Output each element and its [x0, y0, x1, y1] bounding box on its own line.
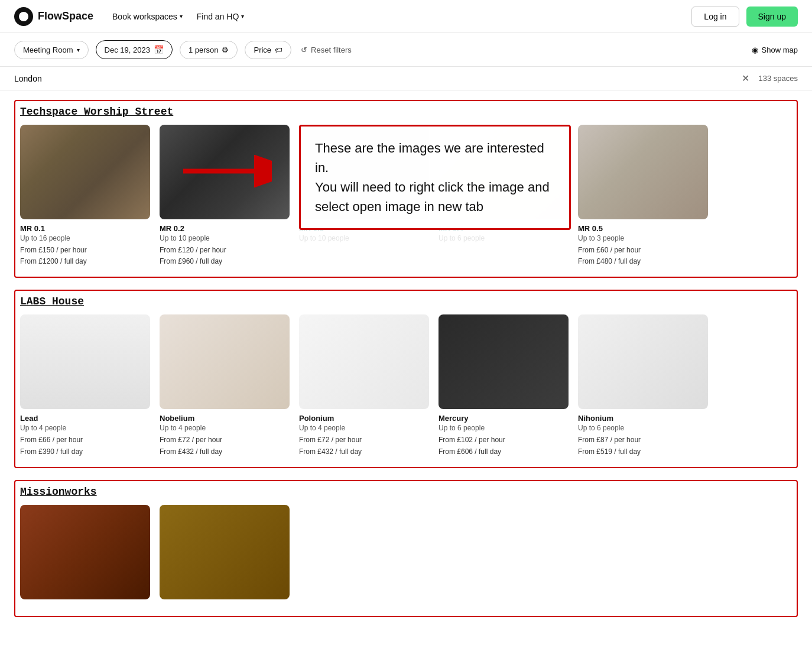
venue-group-labs: LABS House Lead Up to 4 people From £66 …	[14, 290, 798, 468]
chevron-down-icon: ▾	[241, 13, 244, 20]
person-icon: ⚙	[222, 46, 229, 54]
card-image-mr04	[439, 125, 569, 219]
search-bar: ✕ 133 spaces	[0, 67, 812, 90]
labs-cards-row: Lead Up to 4 people From £66 / per hour …	[20, 314, 792, 462]
room-type-filter[interactable]: Meeting Room ▾	[14, 41, 89, 59]
card-image-mr02	[160, 125, 290, 219]
login-button[interactable]: Log in	[691, 7, 739, 27]
card-image-mr03	[299, 125, 429, 219]
room-price-nobelium: From £72 / per hour From £432 / full day	[160, 434, 290, 457]
card-nobelium[interactable]: Nobelium Up to 4 people From £72 / per h…	[160, 314, 290, 462]
card-mr03[interactable]: MR 0.3 Up to 10 people	[299, 125, 429, 249]
card-mr04[interactable]: MR 0.4 Up to 6 people	[439, 125, 569, 272]
navbar: FlowSpace Book workspaces ▾ Find an HQ ▾…	[0, 0, 812, 33]
chevron-down-icon: ▾	[180, 13, 183, 20]
techspace-cards-wrapper: MR 0.1 Up to 16 people From £150 / per h…	[20, 125, 792, 272]
card-image-nobelium	[160, 314, 290, 409]
room-capacity-mr02: Up to 10 people	[160, 234, 290, 242]
room-capacity-polonium: Up to 4 people	[299, 424, 429, 432]
nav-links: Book workspaces ▾ Find an HQ ▾	[112, 12, 673, 21]
room-price-mr01: From £150 / per hour From £1200 / full d…	[20, 245, 150, 267]
nav-find-hq[interactable]: Find an HQ ▾	[197, 12, 245, 21]
venue-name-missionworks[interactable]: Missionworks	[20, 486, 792, 498]
clear-search-button[interactable]: ✕	[742, 73, 749, 84]
room-name-mr01: MR 0.1	[20, 224, 150, 233]
room-price-lead: From £66 / per hour From £390 / full day	[20, 434, 150, 457]
price-filter[interactable]: Price 🏷	[245, 41, 291, 59]
techspace-cards-row: MR 0.1 Up to 16 people From £150 / per h…	[20, 125, 792, 272]
venue-group-techspace: Techspace Worship Street MR 0.1 Up to 16…	[14, 100, 798, 278]
card-mr01[interactable]: MR 0.1 Up to 16 people From £150 / per h…	[20, 125, 150, 272]
room-name-nobelium: Nobelium	[160, 414, 290, 423]
logo-text: FlowSpace	[38, 10, 93, 22]
room-price-polonium: From £72 / per hour From £432 / full day	[299, 434, 429, 457]
room-capacity-mr03: Up to 10 people	[299, 234, 429, 242]
room-name-mr03: MR 0.3	[299, 224, 429, 233]
room-price-mercury: From £102 / per hour From £606 / full da…	[439, 434, 569, 457]
card-nihonium[interactable]: Nihonium Up to 6 people From £87 / per h…	[578, 314, 708, 462]
room-name-lead: Lead	[20, 414, 150, 423]
venue-group-missionworks: Missionworks	[14, 480, 798, 617]
spaces-count: 133 spaces	[759, 74, 798, 83]
capacity-filter[interactable]: 1 person ⚙	[180, 41, 238, 59]
card-image-polonium	[299, 314, 429, 409]
main-content: Techspace Worship Street MR 0.1 Up to 16…	[0, 90, 812, 638]
room-capacity-mercury: Up to 6 people	[439, 424, 569, 432]
reset-filters-button[interactable]: ↺ Reset filters	[301, 46, 352, 54]
room-capacity-mr05: Up to 3 people	[578, 234, 708, 242]
card-mission2[interactable]	[160, 505, 290, 611]
card-image-mercury	[439, 314, 569, 409]
card-image-nihonium	[578, 314, 708, 409]
room-name-mercury: Mercury	[439, 414, 569, 423]
room-price-mr02: From £120 / per hour From £960 / full da…	[160, 245, 290, 267]
room-capacity-nobelium: Up to 4 people	[160, 424, 290, 432]
card-polonium[interactable]: Polonium Up to 4 people From £72 / per h…	[299, 314, 429, 462]
card-mission1[interactable]	[20, 505, 150, 611]
card-mercury[interactable]: Mercury Up to 6 people From £102 / per h…	[439, 314, 569, 462]
room-name-mr05: MR 0.5	[578, 224, 708, 233]
room-capacity-nihonium: Up to 6 people	[578, 424, 708, 432]
card-image-mr05	[578, 125, 708, 219]
venue-name-labs[interactable]: LABS House	[20, 296, 792, 307]
card-image-lead	[20, 314, 150, 409]
search-input[interactable]	[14, 74, 737, 83]
card-lead[interactable]: Lead Up to 4 people From £66 / per hour …	[20, 314, 150, 462]
room-name-mr02: MR 0.2	[160, 224, 290, 233]
room-capacity-mr01: Up to 16 people	[20, 234, 150, 242]
room-name-polonium: Polonium	[299, 414, 429, 423]
chevron-down-icon: ▾	[77, 47, 80, 53]
calendar-icon	[154, 45, 164, 54]
nav-right: Log in Sign up	[691, 7, 798, 27]
date-filter[interactable]: Dec 19, 2023	[96, 40, 173, 59]
room-capacity-mr04: Up to 6 people	[439, 234, 569, 242]
room-name-mr04: MR 0.4	[439, 224, 569, 233]
room-price-mr05: From £60 / per hour From £480 / full day	[578, 245, 708, 267]
room-name-nihonium: Nihonium	[578, 414, 708, 423]
card-image-mr01	[20, 125, 150, 219]
missionworks-cards-row	[20, 505, 792, 611]
card-mr05[interactable]: MR 0.5 Up to 3 people From £60 / per hou…	[578, 125, 708, 272]
show-map-button[interactable]: ◉ Show map	[752, 46, 798, 54]
signup-button[interactable]: Sign up	[746, 7, 798, 27]
logo-icon	[14, 7, 33, 26]
card-mr02[interactable]: MR 0.2 Up to 10 people From £120 / per h…	[160, 125, 290, 272]
filters-bar: Meeting Room ▾ Dec 19, 2023 1 person ⚙ P…	[0, 33, 812, 67]
logo[interactable]: FlowSpace	[14, 7, 93, 26]
card-image-mission2	[160, 505, 290, 599]
price-icon: 🏷	[275, 46, 282, 54]
card-image-mission1	[20, 505, 150, 599]
red-arrow-icon	[177, 154, 272, 189]
room-price-nihonium: From £87 / per hour From £519 / full day	[578, 434, 708, 457]
eye-icon: ◉	[752, 46, 758, 54]
nav-book-workspaces[interactable]: Book workspaces ▾	[112, 12, 183, 21]
reset-icon: ↺	[301, 46, 307, 54]
room-capacity-lead: Up to 4 people	[20, 424, 150, 432]
venue-name-techspace[interactable]: Techspace Worship Street	[20, 106, 792, 118]
